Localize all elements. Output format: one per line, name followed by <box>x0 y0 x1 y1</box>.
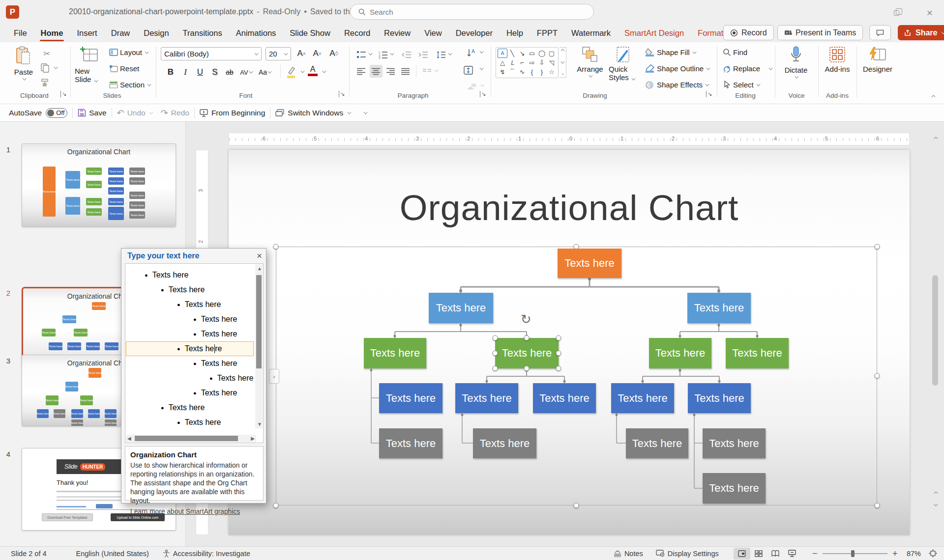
numbering-button[interactable]: 123 <box>377 48 389 61</box>
shape-arrow-icon[interactable]: ↘ <box>517 49 527 58</box>
shape-outline-button[interactable]: Shape Outline <box>645 64 710 73</box>
reset-button[interactable]: Reset <box>109 64 139 73</box>
clipboard-dialog-launcher[interactable] <box>60 91 68 99</box>
text-pane-item[interactable]: ●Texts here <box>126 371 254 386</box>
shape-down-arrow-icon[interactable]: ⇩ <box>537 58 547 67</box>
arrange-button[interactable]: Arrange <box>575 46 605 77</box>
shape-rounded-rectangle-icon[interactable]: ▢ <box>547 49 557 58</box>
switch-windows-button[interactable]: Switch Windows <box>275 109 351 117</box>
underline-button[interactable]: U <box>194 66 206 79</box>
convert-smartart-chevron-icon[interactable] <box>481 83 485 87</box>
zoom-slider[interactable] <box>823 553 887 554</box>
new-slide-button[interactable]: New Slide <box>75 46 104 84</box>
from-beginning-button[interactable]: From Beginning <box>200 109 265 117</box>
font-size-combo[interactable]: 20 <box>266 47 291 60</box>
zoom-slider-thumb[interactable] <box>851 550 855 557</box>
align-left-button[interactable] <box>355 65 368 78</box>
change-case-button[interactable]: Aa <box>259 66 271 79</box>
frame-handle-bottom-center[interactable] <box>574 503 579 508</box>
previous-slide-button[interactable] <box>931 488 940 498</box>
node-handle[interactable] <box>556 351 561 356</box>
shape-textbox-icon[interactable]: A <box>498 49 507 58</box>
tab-review[interactable]: Review <box>377 24 417 42</box>
increase-font-button[interactable]: A˄ <box>295 47 308 60</box>
zoom-in-button[interactable]: + <box>892 548 898 559</box>
org-node-l2-left[interactable]: Texts here <box>429 293 493 323</box>
next-slide-button[interactable] <box>931 499 940 509</box>
highlight-color-button[interactable] <box>285 66 297 79</box>
font-family-combo[interactable]: Calibri (Body) <box>161 47 262 60</box>
text-pane-item[interactable]: ●Texts here <box>126 312 254 327</box>
decrease-font-button[interactable]: A˅ <box>311 47 324 60</box>
smartart-selection-frame[interactable] <box>276 247 877 505</box>
horizontal-ruler[interactable]: 6 5 4 3 2 1 0 1 2 3 4 5 6 <box>229 133 910 145</box>
shape-curve-icon[interactable]: ∿ <box>517 67 527 77</box>
text-shadow-button[interactable]: S <box>208 66 221 79</box>
text-direction-button[interactable]: A <box>465 47 478 60</box>
reading-view-button[interactable] <box>767 548 784 560</box>
node-handle[interactable] <box>524 366 530 371</box>
shapes-scroll-up-icon[interactable] <box>561 49 565 53</box>
font-color-chevron-icon[interactable] <box>323 69 326 73</box>
zoom-out-button[interactable]: − <box>812 548 818 559</box>
record-button[interactable]: Record <box>723 25 774 40</box>
tab-animations[interactable]: Animations <box>229 24 283 42</box>
scroll-left-icon[interactable]: ◀ <box>127 436 131 441</box>
frame-handle-top-right[interactable] <box>875 244 880 250</box>
node-handle[interactable] <box>556 336 561 341</box>
share-button[interactable]: Share <box>898 25 944 40</box>
shape-triangle-icon[interactable]: △ <box>498 58 507 67</box>
replace-button[interactable]: bc Replace <box>723 64 772 73</box>
find-button[interactable]: Find <box>723 48 747 56</box>
slide-sorter-view-button[interactable] <box>750 548 767 560</box>
tab-insert[interactable]: Insert <box>70 24 104 42</box>
slide-show-button[interactable] <box>784 548 800 560</box>
shapes-gallery[interactable]: A ╲ ↘ ▭ ◯ ▢ △ 𝘓 ⌐ ⇨ ⇩ ◹ ↯ ⌒ ∿ { } ☆ <box>496 47 559 78</box>
tab-home[interactable]: Home <box>34 24 70 42</box>
text-pane-item[interactable]: ●Texts here <box>126 400 254 415</box>
frame-handle-mid-right[interactable] <box>875 373 880 379</box>
format-painter-button[interactable] <box>40 78 50 87</box>
bold-button[interactable]: B <box>164 66 177 79</box>
align-center-button[interactable] <box>370 65 383 78</box>
text-pane-item[interactable]: ●Texts here <box>126 268 254 282</box>
cut-button[interactable]: ✂ <box>40 47 53 60</box>
org-node-l5-4[interactable]: Texts here <box>703 428 766 458</box>
bullets-button[interactable] <box>355 48 368 61</box>
frame-handle-bottom-right[interactable] <box>875 503 880 508</box>
text-pane-hscroll-thumb[interactable] <box>135 436 238 441</box>
scroll-right-icon[interactable]: ▶ <box>251 436 255 441</box>
display-settings-button[interactable]: Display Settings <box>656 550 719 558</box>
tab-view[interactable]: View <box>417 24 448 42</box>
tab-smartart-design[interactable]: SmartArt Design <box>618 24 691 42</box>
frame-handle-bottom-left[interactable] <box>273 503 279 508</box>
tab-file[interactable]: File <box>7 24 34 42</box>
slide-canvas[interactable]: Organizational Chart <box>229 150 910 535</box>
text-pane-list[interactable]: ●Texts here ●Texts here ●Texts here ●Tex… <box>125 263 264 443</box>
editor-vertical-scrollbar[interactable] <box>931 133 940 521</box>
org-node-l2-right[interactable]: Texts here <box>687 293 751 323</box>
clear-formatting-button[interactable]: A◊ <box>327 47 340 60</box>
shape-brace-right-icon[interactable]: } <box>537 67 547 77</box>
italic-button[interactable]: I <box>179 66 192 79</box>
org-node-l3-2-selected[interactable]: Texts here <box>495 338 559 368</box>
shape-rectangle-icon[interactable]: ▭ <box>527 49 537 58</box>
shape-oval-icon[interactable]: ◯ <box>537 49 547 58</box>
node-handle[interactable] <box>493 351 498 356</box>
text-pane-item[interactable]: ●Texts here <box>126 297 254 312</box>
comments-button[interactable] <box>869 25 891 40</box>
text-pane-scroll-thumb[interactable] <box>256 275 262 368</box>
increase-indent-button[interactable] <box>417 48 430 61</box>
text-pane-vertical-scrollbar[interactable]: ▲ ▼ <box>255 264 263 428</box>
shape-scribble-icon[interactable]: ↯ <box>498 67 507 77</box>
shape-brace-left-icon[interactable]: { <box>527 67 537 77</box>
text-pane-close-icon[interactable]: × <box>257 251 262 261</box>
strikethrough-button[interactable]: ab <box>223 66 236 79</box>
quick-styles-button[interactable]: Quick Styles <box>609 46 638 82</box>
shape-line-icon[interactable]: ╲ <box>507 49 517 58</box>
numbering-chevron-icon[interactable] <box>390 52 394 56</box>
convert-smartart-button[interactable] <box>465 81 478 93</box>
decrease-indent-button[interactable] <box>400 48 413 61</box>
slide-counter[interactable]: Slide 2 of 4 <box>11 550 47 558</box>
paragraph-dialog-launcher[interactable] <box>479 91 487 99</box>
